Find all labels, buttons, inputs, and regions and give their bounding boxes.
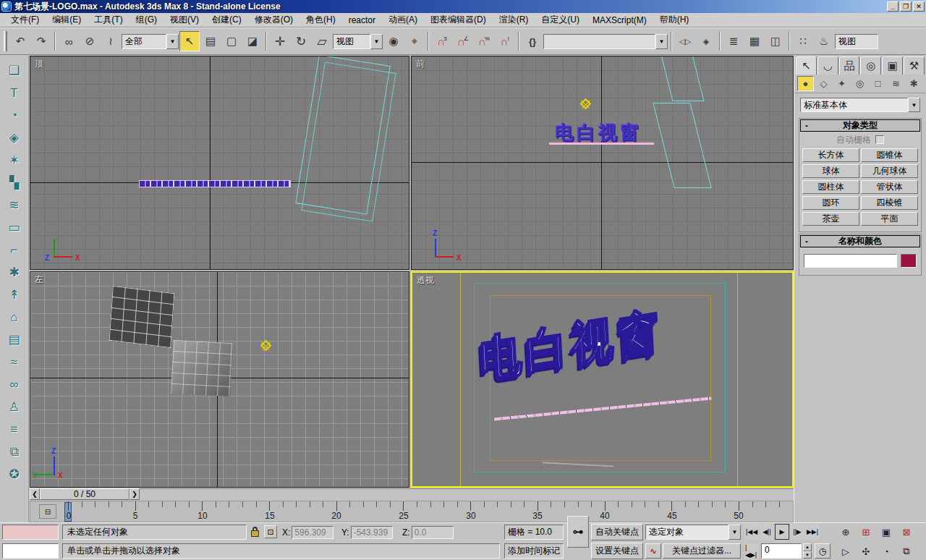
menu-edit[interactable]: 编辑(E) (46, 12, 88, 27)
tab-hierarchy[interactable]: 品 (839, 56, 860, 75)
menu-help[interactable]: 帮助(H) (653, 12, 696, 27)
sphere-ball-icon[interactable]: ◔ (4, 105, 25, 126)
chevron-down-icon[interactable]: ▼ (655, 34, 668, 49)
quick-render-teapot-icon[interactable]: ♨ (814, 31, 834, 51)
menu-group[interactable]: 组(G) (129, 12, 163, 27)
btn-torus[interactable]: 圆环 (802, 196, 859, 210)
viewport-top-label[interactable]: 顶 (35, 58, 43, 70)
selection-filter-dropdown[interactable]: 全部 ▼ (122, 34, 179, 49)
logo-underline-front-view[interactable] (549, 143, 654, 145)
transform-gizmo-icon[interactable] (260, 340, 272, 352)
btn-cone[interactable]: 圆锥体 (861, 148, 918, 162)
spinning-top-icon[interactable]: ◈ (4, 127, 25, 148)
x-value-field[interactable]: 596.309 (292, 526, 334, 539)
btn-plane[interactable]: 平面 (861, 212, 918, 226)
btn-teapot[interactable]: 茶壶 (802, 212, 859, 226)
btn-sphere[interactable]: 球体 (802, 164, 859, 178)
chevron-down-icon[interactable]: ▼ (370, 34, 383, 49)
absolute-mode-icon[interactable]: ⊡ (264, 525, 277, 538)
material-editor-icon[interactable]: ∷ (793, 31, 813, 51)
waves-icon[interactable]: ≈ (4, 352, 25, 373)
menu-animation[interactable]: 动画(A) (382, 12, 424, 27)
snaps-toggle-icon[interactable]: ∩3 (432, 31, 452, 51)
minimize-button[interactable]: _ (887, 1, 899, 12)
window-crossing-icon[interactable]: ◪ (242, 31, 263, 51)
tshirt-object-icon[interactable]: T (4, 82, 25, 103)
chevron-down-icon[interactable]: ▼ (166, 34, 179, 49)
menu-reactor[interactable]: reactor (342, 14, 382, 27)
weathervane-icon[interactable]: ↟ (4, 284, 25, 305)
wheel-star-icon[interactable]: ✪ (4, 464, 25, 485)
create-systems-icon[interactable]: ✱ (906, 76, 922, 91)
select-and-manipulate-icon[interactable]: ⌖ (404, 31, 425, 51)
tab-motion[interactable]: ◎ (860, 56, 881, 75)
named-view-field[interactable]: 视图 (835, 34, 878, 49)
spring-coil-icon[interactable]: ≋ (4, 195, 25, 216)
menu-character[interactable]: 角色(H) (300, 12, 342, 27)
angle-snap-toggle-icon[interactable]: ∩∠ (453, 31, 473, 51)
shaded-patch-light[interactable] (171, 340, 233, 396)
select-by-name-icon[interactable]: ▤ (200, 31, 221, 51)
named-selection-dropdown[interactable]: ▼ (543, 34, 668, 49)
capsule-icon[interactable]: ▭ (4, 217, 25, 238)
selection-lock-icon[interactable] (251, 527, 259, 537)
zoom-icon[interactable]: ⊕ (838, 524, 854, 540)
use-pivot-point-center-icon[interactable]: ◉ (383, 31, 404, 51)
new-key-default-tangent-icon[interactable]: ∿ (645, 543, 661, 559)
selection-set-dropdown[interactable]: 选定对象 ▼ (645, 525, 741, 540)
menu-create[interactable]: 创建(C) (205, 12, 248, 27)
object-name-input[interactable] (804, 254, 897, 268)
logo-text-top-view[interactable] (139, 180, 291, 187)
category-dropdown[interactable]: 标准基本体 ▼ (800, 98, 920, 112)
zoom-extents-all-icon[interactable]: ⊠ (899, 524, 914, 540)
menu-file[interactable]: 文件(F) (4, 12, 46, 27)
tab-create[interactable]: ↖ (796, 56, 817, 75)
chevron-down-icon[interactable]: ▼ (729, 525, 741, 540)
spline-wireframe-upper[interactable] (660, 56, 705, 101)
redo-icon[interactable]: ↷ (31, 31, 51, 51)
y-value-field[interactable]: -543.939 (351, 526, 393, 539)
pan-hand-icon[interactable]: ✣ (858, 543, 874, 559)
reference-coordinate-dropdown[interactable]: 视图 ▼ (333, 34, 383, 49)
viewport-perspective[interactable]: 透视 电白视窗 (411, 271, 794, 488)
align-icon[interactable]: ◈ (696, 31, 716, 51)
create-shapes-icon[interactable]: ◇ (815, 76, 832, 91)
spinner-snap-toggle-icon[interactable]: ∩↕ (495, 31, 515, 51)
curve-editor-icon[interactable]: ▦ (744, 31, 765, 51)
current-frame-field[interactable]: 0 (761, 543, 802, 559)
previous-frame-button[interactable]: ◀|| (760, 524, 774, 540)
next-frame-button[interactable]: ||▶ (790, 524, 804, 540)
shaded-patch-dark[interactable] (109, 286, 175, 348)
chevron-down-icon[interactable]: ▼ (908, 98, 920, 112)
btn-cylinder[interactable]: 圆柱体 (802, 180, 859, 194)
menu-graph-editors[interactable]: 图表编辑器(D) (424, 12, 493, 27)
field-of-view-icon[interactable]: ▷ (838, 543, 854, 559)
primitives-boxes-icon[interactable]: ❏ (4, 60, 25, 81)
name-color-rollout-header[interactable]: - 名称和颜色 (800, 235, 920, 247)
toolbar-grip[interactable] (4, 31, 7, 51)
create-spacewarps-icon[interactable]: ≋ (888, 76, 904, 91)
track-bar[interactable]: ⊟ 05101520253035404550 (30, 501, 794, 522)
go-to-start-button[interactable]: |◀◀ (744, 524, 759, 540)
select-and-move-icon[interactable]: ✛ (270, 31, 290, 51)
bind-to-space-warp-icon[interactable]: ≀ (101, 31, 121, 51)
book-pages-icon[interactable]: ▤ (4, 329, 25, 350)
tab-display[interactable]: ▣ (882, 56, 903, 75)
maxscript-mini-listener-macro[interactable] (2, 525, 59, 540)
zoom-all-icon[interactable]: ⊞ (858, 524, 874, 540)
maxscript-mini-listener-script[interactable] (2, 543, 59, 559)
torus-knot-icon[interactable]: ∞ (4, 374, 25, 395)
tab-utilities[interactable]: ⚒ (904, 56, 925, 75)
collapse-icon[interactable]: - (801, 121, 812, 131)
key-mode-toggle-icon[interactable]: |◀▶| (744, 543, 759, 559)
star-shape-icon[interactable]: ✶ (4, 150, 25, 171)
frame-spinner[interactable]: ▲▼ (803, 543, 812, 559)
open-mini-curve-editor-icon[interactable]: ⊟ (39, 504, 56, 519)
undo-icon[interactable]: ↶ (10, 31, 30, 51)
viewport-left[interactable]: 左 Z Y X (30, 271, 409, 488)
biped-figure-icon[interactable]: ♙ (4, 396, 25, 417)
time-slider-next-icon[interactable]: ❯ (129, 488, 140, 500)
select-and-rotate-icon[interactable]: ↻ (291, 31, 311, 51)
time-configuration-icon[interactable]: ◷ (815, 543, 831, 559)
layer-manager-icon[interactable]: ≣ (723, 31, 744, 51)
